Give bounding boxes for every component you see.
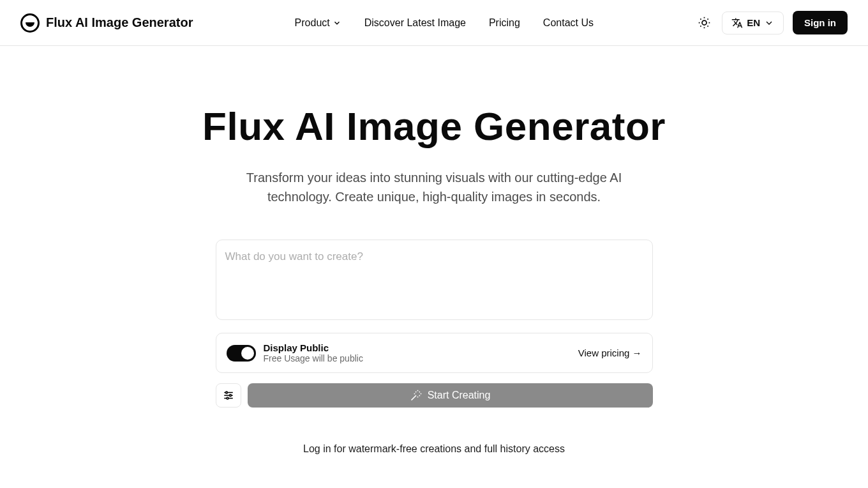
svg-point-6	[229, 395, 231, 397]
view-pricing-link[interactable]: View pricing →	[578, 347, 642, 358]
nav-pricing[interactable]: Pricing	[489, 17, 520, 29]
start-creating-label: Start Creating	[428, 390, 491, 401]
wand-icon	[410, 389, 423, 402]
nav-product-label: Product	[295, 17, 330, 29]
public-row: Display Public Free Usage will be public…	[216, 333, 653, 373]
prompt-input[interactable]	[216, 240, 653, 320]
logo[interactable]: Flux AI Image Generator	[20, 13, 193, 33]
settings-button[interactable]	[216, 383, 241, 408]
header: Flux AI Image Generator Product Discover…	[0, 0, 868, 46]
language-button[interactable]: EN	[722, 11, 784, 34]
theme-toggle-button[interactable]	[695, 14, 713, 32]
svg-point-9	[227, 397, 228, 399]
header-right: EN Sign in	[695, 11, 848, 34]
language-label: EN	[747, 17, 760, 28]
nav-contact[interactable]: Contact Us	[543, 17, 594, 29]
signin-button[interactable]: Sign in	[793, 11, 848, 34]
chevron-down-icon	[764, 18, 774, 28]
public-subtitle: Free Usage will be public	[264, 353, 363, 363]
start-creating-button[interactable]: Start Creating	[248, 383, 653, 408]
nav-product[interactable]: Product	[295, 17, 341, 29]
sun-icon	[698, 16, 711, 29]
svg-point-3	[225, 392, 227, 393]
nav-discover[interactable]: Discover Latest Image	[364, 17, 466, 29]
public-left: Display Public Free Usage will be public	[227, 342, 363, 363]
generator-box: Display Public Free Usage will be public…	[216, 240, 653, 455]
page-subtitle: Transform your ideas into stunning visua…	[217, 168, 651, 206]
page-title: Flux AI Image Generator	[128, 103, 740, 149]
chevron-down-icon	[333, 19, 341, 27]
translate-icon	[731, 17, 743, 29]
main-nav: Product Discover Latest Image Pricing Co…	[295, 17, 594, 29]
main: Flux AI Image Generator Transform your i…	[115, 46, 753, 480]
display-public-toggle[interactable]	[227, 345, 256, 362]
public-title: Display Public	[264, 342, 363, 353]
sliders-icon	[223, 390, 234, 401]
logo-icon	[20, 13, 40, 33]
logo-text: Flux AI Image Generator	[46, 15, 193, 30]
svg-point-0	[702, 20, 707, 25]
action-row: Start Creating	[216, 383, 653, 408]
login-note: Log in for watermark-free creations and …	[216, 443, 653, 455]
